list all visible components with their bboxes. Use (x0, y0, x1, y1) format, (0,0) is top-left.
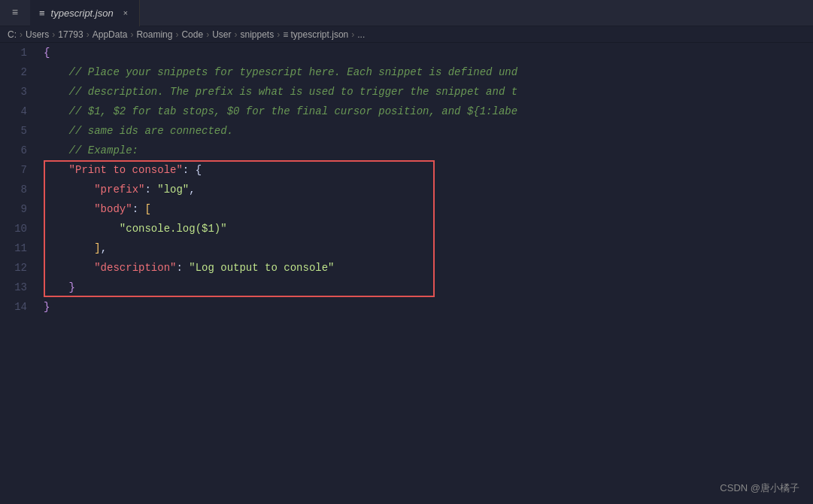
tab-filename: typescript.json (51, 8, 114, 19)
tab-icon: ≡ (39, 8, 45, 19)
code-line: } (38, 278, 805, 297)
code-line: { (38, 43, 805, 62)
line-number: 12 (0, 258, 38, 278)
code-content[interactable]: { // Place your snippets for typescript … (38, 43, 805, 504)
line-number: 10 (0, 219, 38, 238)
watermark: CSDN @唐小橘子 (720, 481, 799, 495)
line-number: 9 (0, 199, 38, 219)
line-number: 14 (0, 297, 38, 317)
code-line: // description. The prefix is what is us… (38, 82, 805, 102)
breadcrumb: C: › Users › 17793 › AppData › Roaming ›… (0, 26, 813, 43)
line-number: 6 (0, 141, 38, 160)
code-line: // Place your snippets for typescript he… (38, 62, 805, 82)
line-number: 2 (0, 62, 38, 82)
active-tab[interactable]: ≡ typescript.json × (30, 0, 140, 26)
tab-close-button[interactable]: × (120, 7, 132, 19)
menu-icon: ≡ (0, 0, 30, 26)
line-number: 5 (0, 121, 38, 141)
editor: 1234567891011121314 { // Place your snip… (0, 43, 813, 504)
line-number: 1 (0, 43, 38, 62)
line-number: 11 (0, 238, 38, 258)
line-number: 3 (0, 82, 38, 102)
code-line: "prefix": "log", (38, 180, 805, 199)
line-number: 8 (0, 180, 38, 199)
code-line: "description": "Log output to console" (38, 258, 805, 278)
line-number: 4 (0, 102, 38, 121)
tab-bar: ≡ ≡ typescript.json × (0, 0, 813, 26)
line-number: 7 (0, 160, 38, 180)
code-line: "console.log($1)" (38, 219, 805, 238)
code-line: // Example: (38, 141, 805, 160)
line-number: 13 (0, 278, 38, 297)
code-line: "Print to console": { (38, 160, 805, 180)
scrollbar[interactable] (805, 43, 813, 504)
code-line: "body": [ (38, 199, 805, 219)
line-numbers: 1234567891011121314 (0, 43, 38, 504)
code-line: // $1, $2 for tab stops, $0 for the fina… (38, 102, 805, 121)
code-line: ], (38, 238, 805, 258)
code-line: // same ids are connected. (38, 121, 805, 141)
code-line: } (38, 297, 805, 317)
